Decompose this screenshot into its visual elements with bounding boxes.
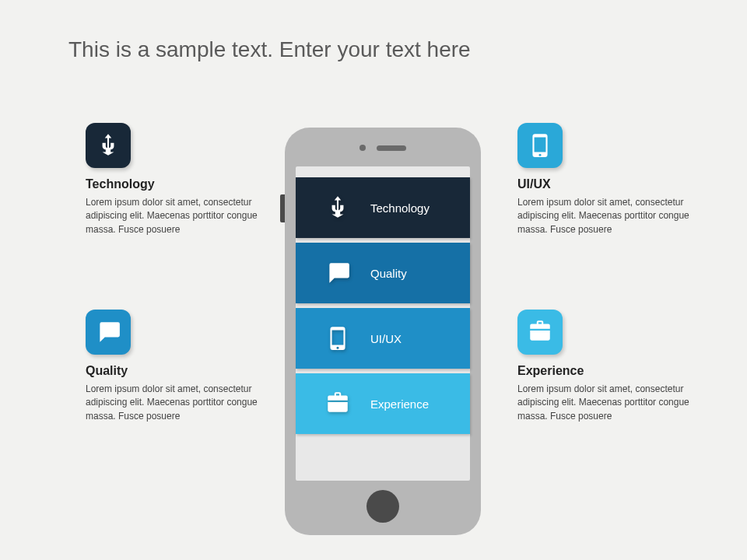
feature-desc: Lorem ipsum dolor sit amet, consectetur … [86,196,265,236]
tile-label: Experience [370,397,429,411]
briefcase-icon [517,310,563,355]
feature-title: Experience [517,364,696,378]
feature-uiux: UI/UX Lorem ipsum dolor sit amet, consec… [517,123,696,236]
tile-label: Quality [370,267,407,280]
smartphone-icon [324,324,352,352]
feature-desc: Lorem ipsum dolor sit amet, consectetur … [517,383,696,423]
briefcase-icon [324,390,352,418]
phone-home-button [366,490,399,523]
feature-technology: Technology Lorem ipsum dolor sit amet, c… [86,123,265,236]
tile-technology: Technology [296,177,470,238]
chat-star-icon [324,259,352,287]
usb-icon [86,123,131,168]
feature-desc: Lorem ipsum dolor sit amet, consectetur … [86,383,265,423]
chat-star-icon [86,310,131,355]
phone-mockup: Technology Quality UI/UX Experience [285,128,481,535]
feature-title: Technology [86,177,265,191]
usb-icon [324,194,352,222]
tile-experience: Experience [296,373,470,434]
feature-title: UI/UX [517,177,696,191]
slide-title: This is a sample text. Enter your text h… [68,37,471,62]
smartphone-icon [517,123,563,168]
tile-uiux: UI/UX [296,308,470,369]
tile-label: Technology [370,201,430,215]
feature-title: Quality [86,364,265,378]
feature-experience: Experience Lorem ipsum dolor sit amet, c… [517,310,696,423]
phone-speaker [377,145,406,151]
phone-notch [359,145,406,151]
tile-quality: Quality [296,243,470,303]
tile-label: UI/UX [370,332,402,345]
phone-camera [359,145,366,151]
feature-desc: Lorem ipsum dolor sit amet, consectetur … [517,196,696,236]
phone-side-button [280,194,285,222]
phone-screen: Technology Quality UI/UX Experience [296,166,470,481]
feature-quality: Quality Lorem ipsum dolor sit amet, cons… [86,310,265,423]
